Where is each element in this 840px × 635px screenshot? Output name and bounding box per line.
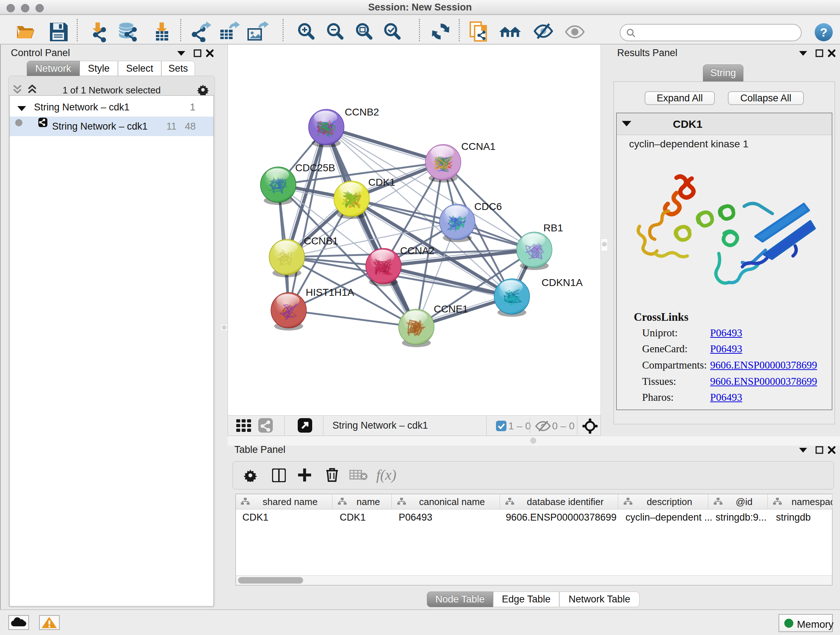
svg-text:CDC25B: CDC25B: [295, 162, 335, 173]
svg-text:CCNB1: CCNB1: [304, 235, 338, 247]
svg-text:CDC6: CDC6: [474, 201, 502, 212]
svg-text:CCNA1: CCNA1: [461, 141, 496, 152]
svg-text:CDK1: CDK1: [368, 177, 395, 188]
svg-text:RB1: RB1: [543, 222, 563, 233]
svg-text:HIST1H1A: HIST1H1A: [306, 287, 354, 298]
svg-text:CCNE1: CCNE1: [434, 303, 468, 315]
svg-text:CCNB2: CCNB2: [345, 106, 379, 118]
svg-text:CDKN1A: CDKN1A: [542, 277, 583, 288]
svg-text:CCNA2: CCNA2: [400, 245, 434, 256]
